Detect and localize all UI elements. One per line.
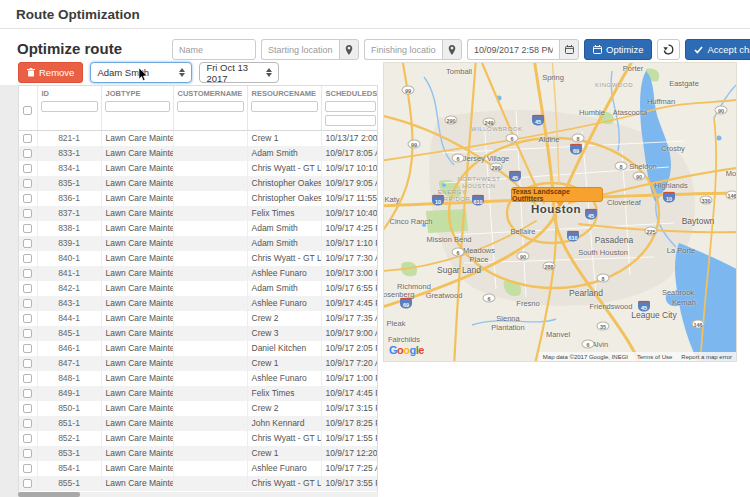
row-checkbox[interactable] [23, 149, 32, 158]
table-row[interactable]: 834-1 Lawn Care Maintena... Chris Wyatt … [19, 161, 378, 176]
finishing-location-pin-button[interactable] [442, 39, 462, 60]
starting-location-input[interactable] [261, 39, 339, 60]
table-row[interactable]: 842-1 Lawn Care Maintena... Adam Smith 1… [19, 281, 378, 296]
filter-input-scheduled-from[interactable] [325, 101, 376, 112]
row-checkbox[interactable] [23, 254, 32, 263]
cell-jobtype: Lawn Care Maintena... [101, 221, 173, 236]
jobs-grid: ID JOBTYPE CUSTOMERNAME RESOURCENAME SCH… [18, 85, 378, 497]
col-header-jobtype[interactable]: JOBTYPE [101, 86, 173, 99]
reset-button[interactable] [657, 39, 680, 60]
filter-input-scheduled-to[interactable] [325, 115, 376, 126]
scrollbar-thumb[interactable] [18, 492, 80, 497]
report-map-error-link[interactable]: Report a map error [681, 354, 732, 360]
table-row[interactable]: 853-1 Lawn Care Maintena... Crew 1 10/9/… [19, 446, 378, 461]
table-row[interactable]: 855-1 Lawn Care Maintena... Chris Wyatt … [19, 476, 378, 491]
table-row[interactable]: 847-1 Lawn Care Maintena... Crew 1 10/9/… [19, 356, 378, 371]
row-checkbox[interactable] [23, 449, 32, 458]
terms-of-use-link[interactable]: Terms of Use [637, 354, 672, 360]
table-row[interactable]: 840-1 Lawn Care Maintena... Chris Wyatt … [19, 251, 378, 266]
name-input[interactable] [172, 39, 256, 60]
horizontal-scrollbar[interactable] [18, 492, 378, 497]
cell-resourcename: Christopher Oakes [247, 191, 321, 206]
col-header-id[interactable]: ID [37, 86, 101, 99]
select-all-checkbox[interactable] [23, 106, 32, 115]
table-row[interactable]: 854-1 Lawn Care Maintena... Ashlee Funar… [19, 461, 378, 476]
table-row[interactable]: 837-1 Lawn Care Maintena... Felix Times … [19, 206, 378, 221]
table-row[interactable]: 835-1 Lawn Care Maintena... Christopher … [19, 176, 378, 191]
row-checkbox[interactable] [23, 404, 32, 413]
cell-scheduled: 10/9/17 3:55 PM [321, 476, 378, 491]
row-checkbox[interactable] [23, 389, 32, 398]
table-row[interactable]: 838-1 Lawn Care Maintena... Adam Smith 1… [19, 221, 378, 236]
resource-select[interactable]: Adam Smith [90, 62, 192, 83]
table-row[interactable]: 839-1 Lawn Care Maintena... Adam Smith 1… [19, 236, 378, 251]
cell-id: 836-1 [37, 191, 101, 206]
texas-landscape-outfitters-marker[interactable]: Texas Landscape Outfitters [511, 187, 603, 202]
col-header-resourcename[interactable]: RESOURCENAME [247, 86, 321, 99]
col-header-scheduledstart[interactable]: SCHEDULEDST. [321, 86, 378, 99]
table-row[interactable]: 833-1 Lawn Care Maintena... Adam Smith 1… [19, 146, 378, 161]
table-row[interactable]: 851-1 Lawn Care Maintena... John Kennard… [19, 416, 378, 431]
row-checkbox[interactable] [23, 329, 32, 338]
cell-jobtype: Lawn Care Maintena... [101, 146, 173, 161]
table-row[interactable]: 836-1 Lawn Care Maintena... Christopher … [19, 191, 378, 206]
finishing-location-input[interactable] [364, 39, 442, 60]
resource-select-value: Adam Smith [97, 67, 171, 78]
table-row[interactable]: 821-1 Lawn Care Maintena... Crew 1 10/13… [19, 131, 378, 146]
row-checkbox[interactable] [23, 419, 32, 428]
check-icon [694, 46, 703, 54]
row-checkbox[interactable] [23, 179, 32, 188]
table-row[interactable]: 846-1 Lawn Care Maintena... Daniel Kitch… [19, 341, 378, 356]
row-checkbox[interactable] [23, 194, 32, 203]
filter-input-resourcename[interactable] [251, 101, 318, 112]
cell-jobtype: Lawn Care Maintena... [101, 296, 173, 311]
remove-button[interactable]: Remove [18, 62, 83, 83]
row-checkbox[interactable] [23, 134, 32, 143]
col-header-customername[interactable]: CUSTOMERNAME [173, 86, 247, 99]
starting-location-group [261, 39, 359, 60]
page-title: Route Optimization [16, 7, 140, 22]
row-checkbox[interactable] [23, 464, 32, 473]
filter-input-id[interactable] [41, 101, 98, 112]
row-checkbox[interactable] [23, 239, 32, 248]
optimize-button[interactable]: Optimize [584, 39, 652, 60]
cell-id: 821-1 [37, 131, 101, 146]
row-checkbox[interactable] [23, 314, 32, 323]
cell-resourcename: Ashlee Funaro [247, 461, 321, 476]
cell-customername [173, 221, 247, 236]
cell-resourcename: Crew 2 [247, 311, 321, 326]
cell-scheduled: 10/9/17 7:30 AM [321, 251, 378, 266]
row-checkbox[interactable] [23, 374, 32, 383]
optimize-toolbar: Optimize Accept changes [172, 39, 738, 60]
accept-changes-button[interactable]: Accept changes [685, 39, 750, 60]
row-checkbox[interactable] [23, 479, 32, 488]
row-checkbox[interactable] [23, 344, 32, 353]
table-row[interactable]: 849-1 Lawn Care Maintena... Felix Times … [19, 386, 378, 401]
grid-header-row: ID JOBTYPE CUSTOMERNAME RESOURCENAME SCH… [19, 86, 378, 99]
table-row[interactable]: 850-1 Lawn Care Maintena... Crew 2 10/9/… [19, 401, 378, 416]
table-row[interactable]: 841-1 Lawn Care Maintena... Ashlee Funar… [19, 266, 378, 281]
filter-input-jobtype[interactable] [105, 101, 170, 112]
datetime-calendar-button[interactable] [559, 39, 579, 60]
filter-input-customername[interactable] [177, 101, 244, 112]
table-row[interactable]: 844-1 Lawn Care Maintena... Crew 2 10/9/… [19, 311, 378, 326]
grid-filter-row [19, 99, 378, 131]
starting-location-pin-button[interactable] [339, 39, 359, 60]
row-checkbox[interactable] [23, 209, 32, 218]
row-checkbox[interactable] [23, 269, 32, 278]
row-checkbox[interactable] [23, 284, 32, 293]
datetime-input[interactable] [467, 39, 559, 60]
table-row[interactable]: 848-1 Lawn Care Maintena... Ashlee Funar… [19, 371, 378, 386]
table-row[interactable]: 843-1 Lawn Care Maintena... Ashlee Funar… [19, 296, 378, 311]
map-panel[interactable]: TomballSpringPorterKINGWOODEastgateHuffm… [383, 62, 737, 362]
row-checkbox[interactable] [23, 434, 32, 443]
date-select[interactable]: Fri Oct 13 2017 [199, 62, 279, 83]
cell-scheduled: 10/9/17 6:55 PM [321, 281, 378, 296]
table-row[interactable]: 845-1 Lawn Care Maintena... Crew 3 10/9/… [19, 326, 378, 341]
table-row[interactable]: 852-1 Lawn Care Maintena... Chris Wyatt … [19, 431, 378, 446]
row-checkbox[interactable] [23, 299, 32, 308]
row-checkbox[interactable] [23, 164, 32, 173]
row-checkbox[interactable] [23, 224, 32, 233]
row-checkbox[interactable] [23, 359, 32, 368]
cell-resourcename: Crew 2 [247, 401, 321, 416]
